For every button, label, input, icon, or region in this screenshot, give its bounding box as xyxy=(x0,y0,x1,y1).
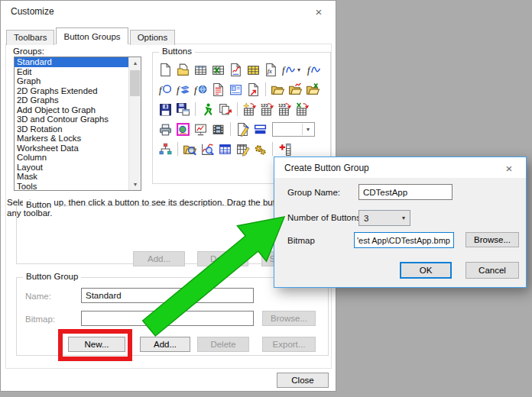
toolbar-separator xyxy=(195,102,196,116)
button-add-button[interactable]: Add... xyxy=(133,251,185,266)
chevron-down-icon: ▾ xyxy=(302,124,313,135)
video-icon[interactable] xyxy=(209,121,227,137)
add-new-columns-icon[interactable] xyxy=(276,140,294,157)
name-label: Name: xyxy=(25,292,51,301)
save-window-icon[interactable] xyxy=(174,101,192,118)
chevron-down-icon: ▾ xyxy=(402,215,405,221)
svg-text:123: 123 xyxy=(278,102,286,107)
group-list-item[interactable]: Tools xyxy=(15,182,128,192)
cancel-button[interactable]: Cancel xyxy=(466,262,519,279)
save-project-icon[interactable] xyxy=(157,101,174,118)
groups-listbox: StandardEditGraph2D Graphs Extended2D Gr… xyxy=(14,56,141,191)
plot-dropdown-icon[interactable]: ▾ xyxy=(297,66,305,73)
svg-text:f: f xyxy=(194,85,198,95)
group-add-button[interactable]: Add... xyxy=(140,337,190,352)
group-list-item[interactable]: Column xyxy=(15,153,128,163)
import-excel-icon[interactable] xyxy=(294,101,311,118)
group-name-label: Group Name: xyxy=(287,188,340,197)
new-excel-icon[interactable] xyxy=(209,61,227,78)
new-layout-icon[interactable] xyxy=(227,81,245,98)
number-of-buttons-value: 3 xyxy=(364,214,368,223)
tab-toolbars[interactable]: Toolbars xyxy=(6,30,54,45)
print-preview-icon[interactable] xyxy=(174,121,192,137)
tab-strip: ToolbarsButton GroupsOptions xyxy=(6,27,177,44)
group-list-item[interactable]: 2D Graphs xyxy=(15,95,128,105)
result-log-icon[interactable] xyxy=(216,140,234,157)
group-list-item[interactable]: Add Object to Graph xyxy=(15,105,128,115)
open-icon[interactable] xyxy=(269,81,287,98)
new-project-icon[interactable] xyxy=(157,61,174,78)
create-dialog-title: Create Button Group xyxy=(284,163,369,173)
theme-combobox-dropdown[interactable]: ▾ xyxy=(272,122,315,137)
scroll-down-icon[interactable]: ▼ xyxy=(129,179,141,190)
group-list-item[interactable]: Worksheet Data xyxy=(15,144,128,153)
group-list-item[interactable]: Layout xyxy=(15,163,128,173)
group-list-item[interactable]: Mask xyxy=(15,172,128,182)
number-of-buttons-dropdown[interactable]: 3 ▾ xyxy=(358,210,410,226)
screenshot-canvas: Customize × ToolbarsButton GroupsOptions… xyxy=(0,0,532,397)
bitmap-browse-button[interactable]: Browse... xyxy=(262,311,316,326)
svg-text:fx: fx xyxy=(268,66,272,74)
new-notes-icon[interactable] xyxy=(209,81,227,98)
buttons-groupbox-label: Buttons xyxy=(159,47,195,56)
toolbar-separator xyxy=(265,82,266,96)
group-list-item[interactable]: 3D Rotation xyxy=(15,124,128,134)
new-worksheet-icon[interactable] xyxy=(192,61,209,78)
new-folder-icon[interactable] xyxy=(174,61,192,78)
run-script-icon[interactable] xyxy=(199,101,216,118)
tab-button-groups[interactable]: Button Groups xyxy=(56,27,128,44)
name-field[interactable]: Standard xyxy=(81,288,254,303)
create-browse-button[interactable]: Browse... xyxy=(466,232,519,247)
button-delete-button[interactable]: Delete xyxy=(197,251,248,266)
group-list-item[interactable]: Markers & Locks xyxy=(15,134,128,144)
toolbar-separator xyxy=(177,142,178,156)
edit-theme-icon[interactable] xyxy=(234,121,251,137)
close-icon[interactable]: × xyxy=(307,2,331,21)
script-window-icon[interactable] xyxy=(234,140,251,157)
customize-title: Customize xyxy=(11,6,54,17)
create-bitmap-label: Bitmap xyxy=(287,236,315,245)
close-button[interactable]: Close xyxy=(277,373,329,388)
bitmap-field[interactable] xyxy=(81,311,254,326)
open-excel-icon[interactable] xyxy=(304,81,322,98)
group-delete-button[interactable]: Delete xyxy=(197,337,249,352)
import-multiple-ascii-icon[interactable]: 123 xyxy=(276,101,294,118)
new-3d-parametric-icon[interactable]: f xyxy=(174,81,192,98)
new-function-icon[interactable]: fx xyxy=(262,61,280,78)
group-list-item[interactable]: Graph xyxy=(15,76,128,86)
new-2d-plot-icon[interactable]: f xyxy=(280,61,297,78)
print-icon[interactable] xyxy=(157,121,174,137)
code-builder-icon[interactable] xyxy=(251,140,269,157)
new-from-template-icon[interactable] xyxy=(245,81,262,98)
scrollbar-thumb[interactable] xyxy=(130,70,140,96)
new-matrix-icon[interactable] xyxy=(245,61,262,78)
duplicate-window-icon[interactable] xyxy=(216,101,234,118)
group-name-field[interactable]: CDTestApp xyxy=(358,184,453,200)
new-graph-icon[interactable] xyxy=(227,61,245,78)
new-3d-plot-icon[interactable]: f xyxy=(157,81,174,98)
import-wizard-icon[interactable] xyxy=(241,101,258,118)
create-close-icon[interactable]: × xyxy=(497,159,521,177)
export-button[interactable]: Export... xyxy=(262,337,316,352)
customize-titlebar: Customize × xyxy=(1,1,336,22)
find-icon[interactable] xyxy=(181,140,199,157)
project-explorer-icon[interactable] xyxy=(157,140,174,157)
slide-show-icon[interactable] xyxy=(192,121,209,137)
scroll-up-icon[interactable]: ▲ xyxy=(129,57,141,69)
new-2d-parametric-icon[interactable]: f xyxy=(305,61,323,78)
tab-options[interactable]: Options xyxy=(130,30,176,45)
groups-scrollbar[interactable]: ▲ ▼ xyxy=(128,57,141,190)
theme-organizer-icon[interactable] xyxy=(251,121,269,137)
group-list-item[interactable]: 3D and Contour Graphs xyxy=(15,115,128,124)
group-list-item[interactable]: 2D Graphs Extended xyxy=(15,86,128,96)
create-bitmap-field[interactable]: 'est App\CDTestApp.bmp xyxy=(354,232,454,248)
group-list-item[interactable]: Edit xyxy=(15,67,128,77)
toolbar-separator xyxy=(272,142,273,156)
group-list-item[interactable]: Standard xyxy=(15,57,128,67)
import-ascii-icon[interactable]: 123 xyxy=(258,101,276,118)
find-in-graph-icon[interactable] xyxy=(199,140,216,157)
ok-button[interactable]: OK xyxy=(400,262,452,279)
open-graph-icon[interactable] xyxy=(287,81,304,98)
button-groupbox-label: Button xyxy=(23,200,54,209)
new-3d-surface-icon[interactable]: f xyxy=(192,81,209,98)
